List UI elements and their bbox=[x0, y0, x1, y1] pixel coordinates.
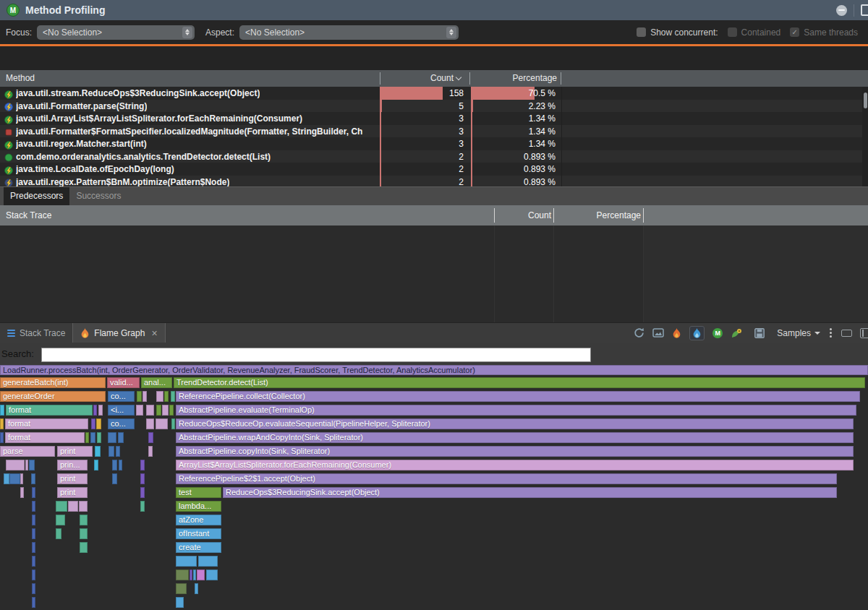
flame-bar[interactable]: ReferencePipeline$2$1.accept(Object) bbox=[176, 473, 837, 484]
snapshot-image-icon[interactable] bbox=[652, 328, 664, 338]
flame-bar[interactable] bbox=[6, 460, 25, 471]
flame-bar[interactable] bbox=[56, 528, 61, 539]
same-threads-checkbox[interactable]: ✓ bbox=[790, 27, 799, 37]
flame-bar[interactable] bbox=[148, 432, 153, 443]
flame-bar[interactable] bbox=[97, 432, 101, 443]
flame-bar[interactable] bbox=[32, 556, 35, 567]
flame-bar[interactable] bbox=[32, 542, 35, 553]
flame-bar[interactable] bbox=[85, 432, 89, 443]
flame-bar[interactable] bbox=[193, 570, 196, 580]
flame-bar[interactable] bbox=[142, 391, 147, 402]
flame-bar[interactable]: generateBatch(int) bbox=[0, 377, 106, 388]
flame-bar[interactable] bbox=[156, 391, 163, 402]
flame-bar[interactable] bbox=[116, 446, 120, 457]
flame-bar[interactable] bbox=[190, 570, 192, 580]
method-profiler-icon[interactable]: M bbox=[712, 328, 723, 338]
flame-bar[interactable] bbox=[169, 405, 174, 416]
flame-bar[interactable] bbox=[109, 446, 114, 457]
flame-bar[interactable] bbox=[32, 515, 35, 525]
percentage-column-header[interactable]: Percentage bbox=[557, 210, 641, 220]
flame-bar[interactable]: co... bbox=[108, 418, 135, 429]
focus-select[interactable]: <No Selection> bbox=[37, 25, 195, 40]
kebab-menu-icon[interactable] bbox=[828, 328, 833, 338]
flame-bar[interactable]: print bbox=[57, 487, 88, 498]
flame-bar[interactable] bbox=[80, 542, 88, 553]
flame-bar[interactable]: ReferencePipeline.collect(Collector) bbox=[176, 391, 860, 402]
flame-bar[interactable] bbox=[195, 583, 198, 594]
table-scrollbar[interactable] bbox=[862, 87, 868, 186]
stack-trace-column-header[interactable]: Stack Trace bbox=[6, 210, 51, 220]
flame-bar[interactable]: AbstractPipeline.evaluate(TerminalOp) bbox=[176, 405, 856, 416]
memory-leaf-icon[interactable] bbox=[731, 328, 742, 338]
flame-bar[interactable] bbox=[32, 487, 35, 498]
flame-bar[interactable] bbox=[94, 460, 98, 471]
flame-bar[interactable] bbox=[4, 473, 9, 484]
tab-successors[interactable]: Successors bbox=[69, 187, 127, 205]
flame-bar[interactable]: create bbox=[176, 542, 221, 553]
flame-bar[interactable]: AbstractPipeline.wrapAndCopyInto(Sink, S… bbox=[176, 432, 854, 443]
method-column-header[interactable]: Method bbox=[6, 73, 35, 83]
flame-bar[interactable]: ReduceOps$3ReducingSink.accept(Object) bbox=[223, 487, 837, 498]
flame-bar[interactable]: print bbox=[57, 446, 93, 457]
flame-bar[interactable] bbox=[31, 473, 35, 484]
table-row[interactable]: java.util.regex.Matcher.start(int)31.34 … bbox=[0, 137, 868, 150]
flame-bar[interactable]: format bbox=[5, 418, 88, 429]
tab-predecessors[interactable]: Predecessors bbox=[4, 187, 69, 205]
flame-bar[interactable]: format bbox=[6, 405, 93, 416]
flame-bar[interactable] bbox=[0, 432, 4, 443]
flame-bar[interactable] bbox=[118, 432, 124, 443]
flame-bar[interactable] bbox=[176, 556, 197, 567]
count-column-header[interactable]: Count bbox=[470, 210, 551, 220]
samples-dropdown[interactable]: Samples bbox=[777, 328, 820, 338]
flame-bar[interactable] bbox=[32, 528, 35, 539]
flame-bar[interactable]: valid... bbox=[107, 377, 140, 388]
tab-stack-trace[interactable]: Stack Trace bbox=[0, 323, 72, 343]
flame-graph-canvas[interactable]: LoadRunner.processBatch(int, OrderGenera… bbox=[0, 365, 868, 610]
save-icon[interactable] bbox=[754, 328, 765, 338]
flame-bar[interactable]: atZone bbox=[176, 515, 221, 525]
scrollbar-thumb[interactable] bbox=[864, 93, 867, 108]
contained-checkbox[interactable] bbox=[728, 27, 737, 37]
flame-bar[interactable]: lambda... bbox=[176, 501, 221, 512]
flame-bar[interactable]: AbstractPipeline.copyInto(Sink, Splitera… bbox=[176, 446, 854, 457]
flame-bar[interactable] bbox=[136, 405, 143, 416]
flame-bar[interactable] bbox=[32, 501, 35, 512]
flame-bar[interactable] bbox=[0, 405, 4, 416]
table-row[interactable]: java.time.LocalDate.ofEpochDay(long)20.8… bbox=[0, 163, 868, 176]
flame-bar[interactable] bbox=[206, 570, 218, 580]
flame-bar[interactable]: format bbox=[5, 432, 85, 443]
flame-orange-icon[interactable] bbox=[672, 328, 681, 338]
flame-bar[interactable] bbox=[32, 570, 35, 580]
flame-bar[interactable] bbox=[20, 473, 23, 484]
window-panel-icon[interactable] bbox=[861, 4, 868, 16]
flame-bar[interactable] bbox=[137, 391, 142, 402]
panel-layout-icon[interactable] bbox=[860, 328, 868, 338]
flame-bar[interactable]: anal... bbox=[141, 377, 172, 388]
flame-bar[interactable] bbox=[148, 446, 153, 457]
percentage-column-header[interactable]: Percentage bbox=[472, 73, 557, 83]
table-row[interactable]: java.util.Formatter.parse(String)52.23 % bbox=[0, 100, 868, 113]
refresh-icon[interactable] bbox=[634, 327, 644, 338]
flame-bar[interactable] bbox=[80, 528, 88, 539]
flame-bar[interactable] bbox=[171, 391, 175, 402]
show-concurrent-checkbox[interactable] bbox=[637, 27, 646, 37]
flame-bar[interactable]: co... bbox=[108, 391, 135, 402]
flame-bar[interactable] bbox=[32, 583, 35, 594]
flame-bar[interactable] bbox=[164, 391, 169, 402]
flame-bar[interactable] bbox=[176, 570, 189, 580]
flame-bar[interactable] bbox=[56, 515, 65, 525]
tab-flame-graph[interactable]: Flame Graph × bbox=[72, 323, 165, 343]
flame-bar[interactable] bbox=[80, 515, 88, 525]
table-row[interactable]: java.util.regex.Pattern$BnM.optimize(Pat… bbox=[0, 176, 868, 187]
flame-bar[interactable]: ofInstant bbox=[176, 528, 221, 539]
flame-bar[interactable] bbox=[162, 405, 169, 416]
flame-bar[interactable] bbox=[96, 418, 101, 429]
flame-bar[interactable] bbox=[79, 501, 88, 512]
flame-bar[interactable] bbox=[90, 432, 95, 443]
flame-bar[interactable] bbox=[156, 405, 161, 416]
flame-blue-icon[interactable] bbox=[689, 326, 705, 340]
flame-bar[interactable] bbox=[119, 460, 122, 471]
flame-bar[interactable] bbox=[140, 501, 145, 512]
flame-bar[interactable] bbox=[197, 570, 205, 580]
flame-bar[interactable] bbox=[29, 460, 35, 471]
